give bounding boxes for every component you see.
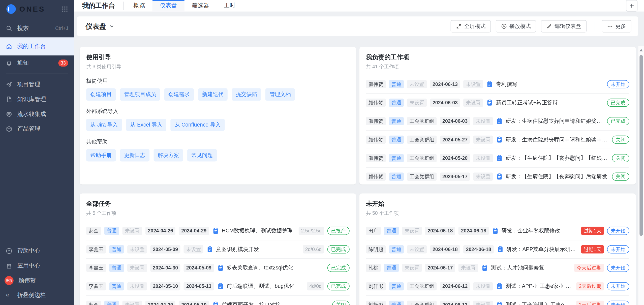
guide-link[interactable]: 从 Excel 导入 <box>126 119 167 131</box>
work-item-row[interactable]: 李鑫玉普通未设置2024-04-302024-05-09多表关联查询、text2… <box>86 258 350 277</box>
priority-tag: 普通 <box>104 227 119 235</box>
sidebar-item-user[interactable]: 伟贺颜伟贺 <box>0 273 74 288</box>
guide-links: 从 Jira 导入从 Excel 导入从 Confluence 导入 <box>86 119 350 131</box>
start-date-tag: 2024-05-20 <box>440 154 470 162</box>
guide-link[interactable]: 提交缺陷 <box>232 88 261 101</box>
work-item-row[interactable]: 颜伟贺普通工会党群组2024-06-03未设置研发：生病住院慰丧葬问申请和红娘奖… <box>366 112 629 130</box>
guide-links: 创建项目管理项目成员创建需求新建迭代提交缺陷管理文档 <box>86 88 350 101</box>
chevron-down-icon[interactable] <box>109 23 115 29</box>
work-item-row[interactable]: 颜伟贺普通工会党群组2024-05-17未设置研发：【生病住院】【丧葬慰问】后端… <box>366 167 629 184</box>
tab-timesheet[interactable]: 工时 <box>217 0 243 12</box>
tab-filters[interactable]: 筛选器 <box>185 0 217 12</box>
end-date-tag: 未设置 <box>473 117 493 125</box>
work-item-row[interactable]: 韩桃普通未设置2024-06-17未设置测试：人才池问题修复今天后过期未开始 <box>366 258 629 277</box>
sidebar-item-help-center[interactable]: ?帮助中心 <box>0 243 74 258</box>
guide-link[interactable]: 从 Jira 导入 <box>86 119 122 131</box>
search-shortcut: Ctrl+J <box>55 25 68 31</box>
tab-overview[interactable]: 概览 <box>126 0 152 12</box>
status-badge: 关闭 <box>612 154 629 162</box>
sidebar-item-project-management[interactable]: 项目管理 <box>0 77 74 92</box>
guide-link[interactable]: 创建需求 <box>164 88 194 101</box>
fullscreen-mode-button[interactable]: 全屏模式 <box>451 20 491 33</box>
scroll-up-arrow-icon[interactable] <box>639 49 643 51</box>
sidebar-item-pipeline-integration[interactable]: 流水线集成 <box>0 107 74 122</box>
priority-tag: 普通 <box>389 245 404 254</box>
more-button[interactable]: 更多 <box>602 20 631 33</box>
end-date-tag: 2024-06-18 <box>464 245 494 254</box>
edit-dashboard-button[interactable]: 编辑仪表盘 <box>541 20 587 33</box>
sidebar-item-label: 流水线集成 <box>17 110 68 118</box>
work-item-row[interactable]: 陈明超普通未设置2024-06-182024-06-18研发：APP菜单分块展示… <box>366 240 629 258</box>
group-tag: 未设置 <box>122 227 142 235</box>
end-date-tag: 未设置 <box>464 99 483 107</box>
work-item-row[interactable]: 李鑫玉普通未设置2024-05-09未设置意图识别模块开发2d/0.6d已完成 <box>86 240 350 258</box>
sidebar-item-product-management[interactable]: 产品管理 <box>0 121 74 136</box>
guide-section: 其他帮助帮助手册更新日志解决方案常见问题 <box>86 138 350 162</box>
guide-link[interactable]: 更新日志 <box>120 149 149 162</box>
guide-link[interactable]: 管理项目成员 <box>120 88 160 101</box>
clipboard-icon <box>496 118 503 125</box>
sidebar-item-collapse-sidebar[interactable]: «折叠侧边栏 <box>0 288 74 303</box>
group-tag: 未设置 <box>127 245 147 254</box>
work-item-row[interactable]: 田广普通未设置2024-06-182024-06-18研发：企业年鉴权限修改过期… <box>366 222 629 240</box>
priority-tag: 普通 <box>104 301 119 305</box>
work-item-row[interactable]: 颜伟贺普通未设置2024-06-13未设置专利撰写未开始 <box>366 75 629 93</box>
work-item-meta: 今天后过期未开始 <box>574 264 629 272</box>
work-item-meta: 关闭 <box>612 154 629 162</box>
guide-link[interactable]: 新建迭代 <box>198 88 227 101</box>
work-item-row[interactable]: 郝金普通未设置2024-04-262024-04-29HCM数据梳理、测试数据整… <box>86 222 350 240</box>
work-item-meta: 关闭 <box>612 172 629 181</box>
guide-link[interactable]: 解决方案 <box>154 149 183 162</box>
scrollbar-thumb[interactable] <box>639 55 643 236</box>
work-item-row[interactable]: 颜伟贺普通工会党群组2024-05-20未设置研发：【生病住院】【丧葬慰问】【红… <box>366 149 629 167</box>
clipboard-icon <box>496 283 503 290</box>
work-item-row[interactable]: 颜伟贺普通工会党群组2024-05-27未设置研发：生病住院慰丧葬问申请和红娘奖… <box>366 130 629 149</box>
group-tag: 工会党群组 <box>407 136 437 144</box>
toolbar-divider <box>594 22 594 31</box>
work-item-row[interactable]: 李鑫玉普通未设置2024-05-102024-05-13前后端联调、测试、bug… <box>86 277 350 295</box>
work-item-title: 研发：【生病住院】【丧葬慰问】【红娘奖】 <box>506 155 609 162</box>
card-subtitle: 共 5 个工作项 <box>86 210 350 217</box>
assignee-tag: 李鑫玉 <box>86 245 106 254</box>
work-item-meta: 关闭 <box>612 136 629 144</box>
sidebar-item-my-workspace[interactable]: 我的工作台 <box>0 37 74 55</box>
topbar: 我的工作台 概览仪表盘筛选器工时 <box>74 0 644 12</box>
work-item-title-wrap: 研发：APP菜单分块展示研发中… <box>497 246 578 253</box>
guide-link[interactable]: 帮助手册 <box>86 149 116 162</box>
clipboard-icon <box>482 264 488 271</box>
group-tag: 未设置 <box>122 301 142 305</box>
sidebar-search[interactable]: 搜索 Ctrl+J <box>0 21 74 36</box>
tab-dashboard[interactable]: 仪表盘 <box>152 0 185 12</box>
guide-link[interactable]: 从 Confluence 导入 <box>171 119 225 131</box>
start-date-tag: 2024-04-26 <box>145 227 176 235</box>
work-item-row[interactable]: 刘轩彤普通工会党群组2024-06-13未设置测试：工会管理-》工惠e家-》2天… <box>366 295 629 305</box>
page-scrollbar[interactable] <box>638 46 644 305</box>
play-mode-button[interactable]: 播放模式 <box>496 20 536 33</box>
priority-tag: 普通 <box>389 136 404 144</box>
guide-link[interactable]: 创建项目 <box>86 88 116 101</box>
sidebar-item-label: 帮助中心 <box>17 247 68 254</box>
start-date-tag: 2024-06-13 <box>430 80 460 88</box>
dashboard-title[interactable]: 仪表盘 <box>85 22 106 31</box>
dashboard-grid: 使用引导 共 3 类使用引导 极简使用创建项目管理项目成员创建需求新建迭代提交缺… <box>80 47 636 305</box>
home-icon <box>6 43 12 50</box>
clipboard-icon <box>496 173 503 180</box>
assignee-tag: 李鑫玉 <box>86 264 106 272</box>
work-item-row[interactable]: 颜伟贺普通未设置2024-06-03未设置新员工转正考试+转正答辩已完成 <box>366 93 629 112</box>
work-item-title: 专利撰写 <box>496 80 517 88</box>
guide-link[interactable]: 常见问题 <box>187 149 217 162</box>
status-badge: 关闭 <box>612 136 629 144</box>
sidebar-item-notifications[interactable]: 通知33 <box>0 55 74 70</box>
time-tag: 2d/0.6d <box>303 245 324 254</box>
apps-grid-icon[interactable] <box>62 6 68 12</box>
work-item-title-wrap: 前端页面开发、接口对接 <box>212 301 329 305</box>
sidebar-item-app-center[interactable]: 应用中心 <box>0 258 74 273</box>
work-item-row[interactable]: 郝金普通未设置2024-04-292024-05-10前端页面开发、接口对接关闭 <box>86 295 350 305</box>
sidebar-item-wiki-management[interactable]: 知识库管理 <box>0 92 74 107</box>
work-item-row[interactable]: 刘轩彤普通工会党群组2024-06-12未设置测试：APP-》工惠e家-》工会…… <box>366 277 629 295</box>
guide-link[interactable]: 管理文档 <box>265 88 295 101</box>
work-item-title: 新员工转正考试+转正答辩 <box>496 99 558 106</box>
assignee-tag: 李鑫玉 <box>86 282 106 291</box>
add-tab-button[interactable] <box>626 0 638 12</box>
work-item-title: HCM数据梳理、测试数据整理 <box>222 227 293 234</box>
